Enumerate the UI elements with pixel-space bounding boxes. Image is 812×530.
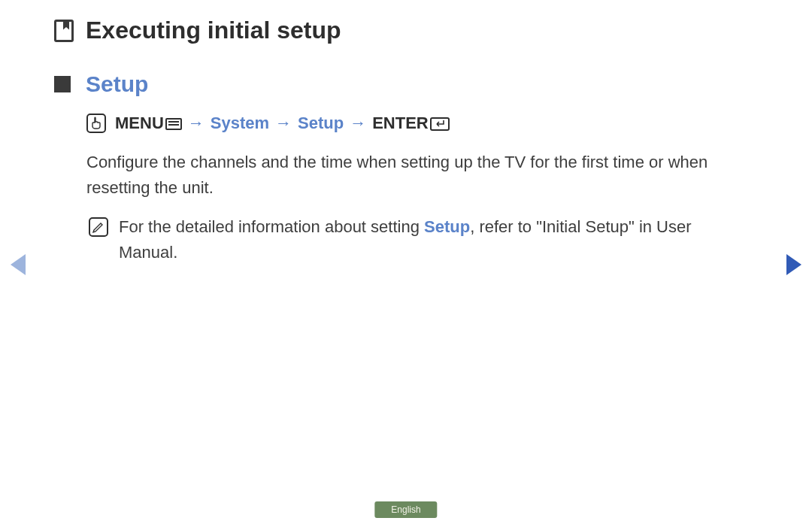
- note-prefix: For the detailed information about setti…: [119, 217, 424, 236]
- nav-setup: Setup: [298, 114, 344, 133]
- nav-menu-text: MENU: [115, 114, 164, 132]
- nav-menu-label: MENU: [115, 114, 182, 133]
- next-page-arrow[interactable]: [786, 254, 801, 275]
- body-paragraph: Configure the channels and the time when…: [0, 133, 812, 201]
- nav-enter-label: ENTER: [372, 114, 450, 133]
- note-row: For the detailed information about setti…: [0, 201, 812, 265]
- section-row: Setup: [0, 44, 812, 97]
- nav-system: System: [211, 114, 269, 133]
- page-title: Executing initial setup: [86, 17, 341, 44]
- nav-arrow-2: →: [275, 114, 292, 133]
- note-highlight: Setup: [424, 217, 470, 236]
- section-title: Setup: [86, 71, 148, 97]
- note-text: For the detailed information about setti…: [119, 214, 752, 265]
- square-bullet-icon: [54, 76, 71, 92]
- hand-icon: [86, 114, 106, 133]
- enter-return-icon: [430, 117, 450, 131]
- note-pencil-icon: [89, 217, 108, 237]
- page-title-row: Executing initial setup: [0, 0, 812, 44]
- nav-path: MENU → System → Setup → ENTER: [0, 97, 812, 133]
- bookmark-icon: [54, 20, 74, 42]
- prev-page-arrow[interactable]: [11, 254, 26, 275]
- nav-enter-text: ENTER: [372, 114, 429, 132]
- nav-arrow-3: →: [350, 114, 366, 133]
- nav-arrow-1: →: [188, 114, 205, 133]
- language-indicator[interactable]: English: [374, 501, 437, 518]
- menu-grid-icon: [165, 118, 182, 130]
